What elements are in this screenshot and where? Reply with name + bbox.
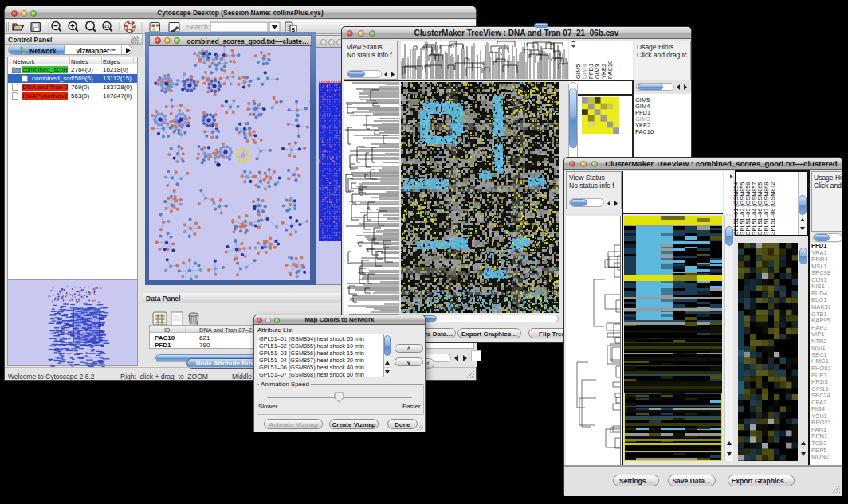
svg-text:Search:: Search:: [186, 23, 210, 31]
svg-text:1:1: 1:1: [104, 25, 110, 29]
